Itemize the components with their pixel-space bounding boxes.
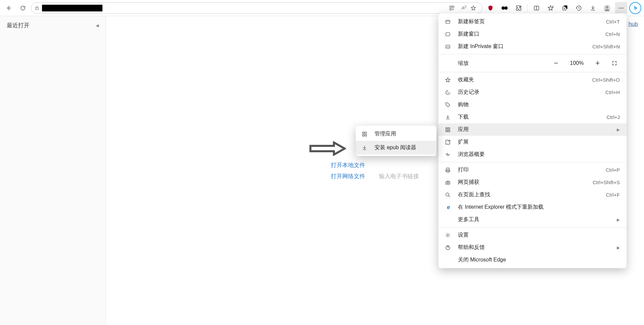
annotation-arrow-icon: [309, 141, 346, 156]
bing-chat-button[interactable]: [629, 2, 641, 14]
menu-favorites[interactable]: 收藏夹 Ctrl+Shift+O: [438, 74, 627, 86]
menu-print[interactable]: 打印 Ctrl+P: [438, 164, 627, 176]
menu-history[interactable]: 历史记录 Ctrl+H: [438, 86, 627, 98]
zoom-out-button[interactable]: −: [551, 58, 561, 69]
menu-browser-essentials[interactable]: 浏览器概要: [438, 148, 627, 161]
svg-point-16: [447, 235, 448, 236]
print-icon: [445, 167, 452, 173]
search-icon: [445, 192, 452, 198]
ie-icon: e: [445, 204, 452, 210]
chevron-right-icon: ▶: [617, 127, 620, 132]
manage-apps-item[interactable]: 管理应用: [356, 127, 436, 141]
collections-button[interactable]: [559, 2, 571, 14]
downloads-button[interactable]: [587, 2, 599, 14]
svg-point-13: [448, 46, 449, 47]
open-remote-file-link[interactable]: 打开网络文件: [331, 173, 365, 179]
menu-extensions[interactable]: 扩展: [438, 136, 627, 148]
fullscreen-button[interactable]: [609, 58, 620, 69]
browser-menu: 新建标签页 Ctrl+T 新建窗口 Ctrl+N 新建 InPrivate 窗口…: [438, 13, 627, 268]
menu-web-capture[interactable]: 网页捕获 Ctrl+Shift+S: [438, 176, 627, 189]
sidebar-title: 最近打开: [7, 22, 30, 29]
more-menu-button[interactable]: [615, 2, 627, 14]
svg-rect-9: [446, 20, 450, 23]
address-bar[interactable]: A)): [31, 2, 482, 14]
favorite-star-icon[interactable]: [471, 5, 479, 11]
camera-icon: [445, 180, 452, 185]
menu-new-tab[interactable]: 新建标签页 Ctrl+T: [438, 15, 627, 28]
open-local-file-link[interactable]: 打开本地文件: [331, 162, 365, 168]
svg-rect-10: [446, 33, 450, 36]
menu-ie-mode[interactable]: e 在 Internet Explorer 模式下重新加载: [438, 201, 627, 213]
apps-icon: [445, 127, 452, 132]
download-icon: [362, 145, 369, 151]
svg-point-14: [447, 182, 448, 184]
center-links: 打开本地文件 打开网络文件 输入电子书链接: [331, 158, 419, 184]
window-icon: [445, 32, 452, 37]
refresh-button[interactable]: [17, 2, 29, 14]
menu-zoom-row: . 缩放 − 100% +: [438, 56, 627, 71]
download-icon: [445, 115, 452, 120]
menu-close-edge[interactable]: . 关闭 Microsoft Edge: [438, 254, 627, 266]
extensions-puzzle-icon[interactable]: [513, 2, 525, 14]
profile-button[interactable]: [601, 2, 613, 14]
split-screen-icon[interactable]: [530, 2, 543, 14]
svg-point-12: [447, 46, 448, 47]
collapse-sidebar-icon[interactable]: ◀: [96, 23, 99, 28]
inprivate-icon: [445, 44, 452, 49]
refresh-icon: [20, 5, 26, 11]
sidebar: 最近打开 ◀: [0, 16, 106, 325]
address-redacted: [42, 5, 102, 11]
tag-icon: [445, 102, 452, 108]
chevron-right-icon: ▶: [617, 245, 620, 250]
back-button[interactable]: [3, 2, 15, 14]
gear-icon: [445, 233, 452, 238]
manage-apps-label: 管理应用: [375, 130, 430, 137]
menu-settings[interactable]: 设置: [438, 229, 627, 241]
heartbeat-icon: [445, 152, 452, 157]
star-icon: [445, 77, 452, 83]
zoom-in-button[interactable]: +: [592, 58, 603, 69]
extension-panda-icon[interactable]: [499, 2, 511, 14]
hub-link[interactable]: hub: [629, 21, 638, 28]
install-epub-label: 安装 epub 阅读器: [375, 144, 430, 151]
menu-new-window[interactable]: 新建窗口 Ctrl+N: [438, 28, 627, 40]
install-epub-item[interactable]: 安装 epub 阅读器: [356, 141, 436, 155]
lock-icon: [35, 6, 39, 10]
zoom-label: 缩放: [458, 60, 545, 67]
ublock-icon[interactable]: [484, 2, 497, 14]
history-button[interactable]: [573, 2, 585, 14]
svg-rect-11: [446, 45, 450, 48]
menu-shopping[interactable]: 购物: [438, 98, 627, 111]
menu-find[interactable]: 在页面上查找 Ctrl+F: [438, 189, 627, 201]
apps-grid-icon: [362, 131, 369, 137]
svg-point-8: [622, 7, 624, 8]
history-icon: [445, 90, 452, 95]
menu-new-inprivate[interactable]: 新建 InPrivate 窗口 Ctrl+Shift+N: [438, 40, 627, 53]
read-aloud-icon[interactable]: A)): [460, 5, 468, 10]
new-tab-icon: [445, 19, 452, 25]
menu-help[interactable]: 帮助和反馈 ▶: [438, 241, 627, 254]
favorites-button[interactable]: [545, 2, 557, 14]
zoom-value: 100%: [567, 60, 586, 66]
svg-point-15: [446, 193, 449, 196]
apps-submenu: 管理应用 安装 epub 阅读器: [356, 126, 436, 156]
svg-point-6: [619, 7, 620, 8]
chevron-right-icon: ▶: [617, 217, 620, 222]
arrow-left-icon: [6, 5, 12, 11]
menu-downloads[interactable]: 下载 Ctrl+J: [438, 111, 627, 123]
remote-file-hint: 输入电子书链接: [379, 173, 419, 179]
menu-apps[interactable]: 应用 ▶: [438, 123, 627, 136]
help-icon: [445, 245, 452, 250]
menu-more-tools[interactable]: . 更多工具 ▶: [438, 213, 627, 226]
puzzle-icon: [445, 139, 452, 145]
svg-point-1: [504, 6, 508, 10]
svg-point-5: [606, 6, 608, 8]
apps-grid-icon[interactable]: [449, 5, 457, 11]
svg-point-7: [621, 7, 622, 8]
